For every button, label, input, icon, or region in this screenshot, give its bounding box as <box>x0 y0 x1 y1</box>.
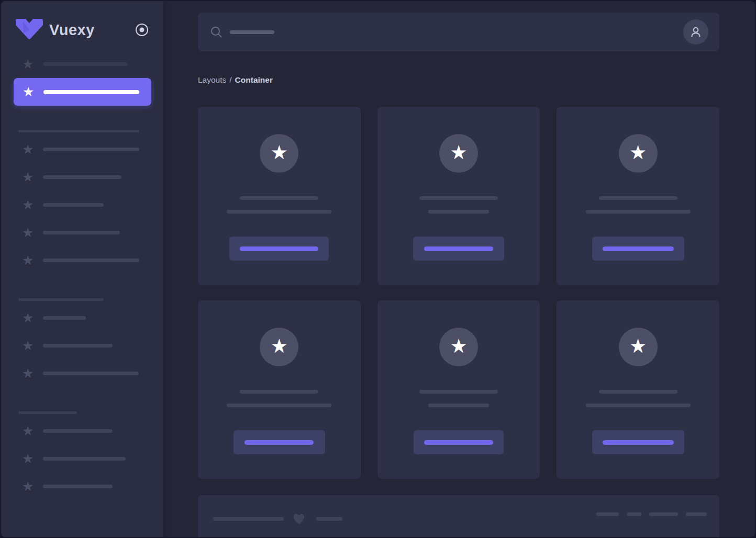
footer-text-skeleton <box>213 517 284 521</box>
sidebar-item[interactable]: ★ <box>1 191 163 219</box>
footer-left-group <box>213 512 342 525</box>
button-label-skeleton <box>603 246 674 251</box>
sidebar-item[interactable]: ★ <box>1 304 163 332</box>
footer-link-skeleton <box>596 512 619 516</box>
content-card: ★ <box>198 107 361 285</box>
star-icon: ★ <box>22 171 36 184</box>
sidebar-item[interactable]: ★ <box>1 332 163 360</box>
breadcrumb-current: Container <box>235 75 273 85</box>
sidebar-item-label-skeleton <box>43 429 113 433</box>
global-search-bar[interactable] <box>198 13 719 51</box>
nav-section-header-skeleton <box>18 130 139 132</box>
button-label-skeleton <box>424 246 493 251</box>
sidebar-item-label-skeleton <box>43 148 139 151</box>
card-title-skeleton <box>419 390 498 394</box>
star-icon: ★ <box>22 367 36 380</box>
sidebar-item-label-skeleton <box>43 62 128 66</box>
content-card: ★ <box>198 300 361 479</box>
card-avatar-circle: ★ <box>260 134 298 173</box>
button-label-skeleton <box>240 246 318 251</box>
star-icon: ★ <box>22 480 36 493</box>
footer-link-skeleton <box>627 512 641 516</box>
search-icon <box>210 26 222 38</box>
sidebar-item[interactable]: ★ <box>1 163 163 191</box>
card-avatar-circle: ★ <box>439 134 478 173</box>
brand-row: Vuexy <box>1 1 163 43</box>
star-icon: ★ <box>22 254 36 267</box>
star-icon: ★ <box>629 143 647 162</box>
star-icon: ★ <box>629 337 647 356</box>
user-avatar[interactable] <box>683 19 708 44</box>
footer-right-group <box>596 512 707 516</box>
sidebar-item[interactable]: ★ <box>14 78 151 106</box>
card-avatar-circle: ★ <box>619 328 658 366</box>
star-icon: ★ <box>271 337 288 356</box>
footer-card <box>198 495 719 538</box>
card-avatar-circle: ★ <box>619 134 658 173</box>
content-card: ★ <box>377 107 540 285</box>
sidebar-item-label-skeleton <box>43 316 86 320</box>
card-action-button[interactable] <box>229 237 329 261</box>
button-label-skeleton <box>603 440 674 445</box>
star-icon: ★ <box>22 226 36 239</box>
sidebar-item[interactable]: ★ <box>1 246 163 274</box>
card-avatar-circle: ★ <box>439 328 478 366</box>
sidebar-item-label-skeleton <box>43 231 120 234</box>
sidebar-item[interactable]: ★ <box>1 445 163 473</box>
sidebar-item-label-skeleton <box>43 344 113 348</box>
breadcrumb-parent[interactable]: Layouts <box>198 75 226 85</box>
star-icon: ★ <box>22 198 36 211</box>
card-subtitle-skeleton <box>227 210 331 214</box>
card-action-button[interactable] <box>234 430 325 454</box>
vuexy-logo-icon[interactable] <box>16 19 43 41</box>
person-icon <box>689 25 703 39</box>
button-label-skeleton <box>424 440 493 445</box>
sidebar-item-label-skeleton <box>43 90 139 94</box>
star-icon: ★ <box>22 339 36 352</box>
card-action-button[interactable] <box>592 430 684 454</box>
app-window: Vuexy ★★★★★★★★★★★★★ <box>0 0 756 538</box>
star-icon: ★ <box>22 58 36 71</box>
sidebar-item-label-skeleton <box>43 259 139 262</box>
sidebar-item[interactable]: ★ <box>1 360 163 387</box>
sidebar-item-label-skeleton <box>43 457 126 461</box>
card-title-skeleton <box>240 196 318 200</box>
star-icon: ★ <box>450 143 467 162</box>
sidebar-item[interactable]: ★ <box>1 50 163 78</box>
sidebar-item-label-skeleton <box>43 203 104 207</box>
star-icon: ★ <box>23 85 36 98</box>
sidebar-item[interactable]: ★ <box>1 417 163 445</box>
footer-link-skeleton <box>649 512 678 516</box>
card-action-button[interactable] <box>592 237 684 261</box>
sidebar: Vuexy ★★★★★★★★★★★★★ <box>1 1 163 537</box>
card-subtitle-skeleton <box>428 210 489 214</box>
content-card: ★ <box>557 107 719 285</box>
main-content: Layouts / Container ★★★★★★ <box>163 1 755 537</box>
sidebar-collapse-toggle-icon[interactable] <box>135 23 149 37</box>
card-title-skeleton <box>599 196 677 200</box>
nav-section-header-skeleton <box>18 411 77 414</box>
footer-text-skeleton <box>316 517 342 521</box>
card-avatar-circle: ★ <box>260 328 298 366</box>
card-action-button[interactable] <box>413 237 504 261</box>
nav-section-header-skeleton <box>18 298 104 301</box>
card-subtitle-skeleton <box>227 404 331 407</box>
card-subtitle-skeleton <box>586 210 691 214</box>
sidebar-item-label-skeleton <box>43 175 121 179</box>
sidebar-item[interactable]: ★ <box>1 473 163 500</box>
content-card: ★ <box>557 300 719 479</box>
card-grid: ★★★★★★ <box>198 107 719 479</box>
star-icon: ★ <box>271 143 288 162</box>
card-title-skeleton <box>240 390 318 394</box>
star-icon: ★ <box>22 311 36 324</box>
heart-icon <box>292 512 306 525</box>
sidebar-nav: ★★★★★★★★★★★★★ <box>1 50 163 500</box>
sidebar-item-label-skeleton <box>43 485 113 488</box>
card-action-button[interactable] <box>414 430 504 454</box>
sidebar-item[interactable]: ★ <box>1 219 163 246</box>
card-subtitle-skeleton <box>586 404 691 407</box>
sidebar-item[interactable]: ★ <box>1 136 163 163</box>
breadcrumb: Layouts / Container <box>198 75 719 85</box>
footer-link-skeleton <box>686 512 707 516</box>
card-title-skeleton <box>599 390 677 394</box>
